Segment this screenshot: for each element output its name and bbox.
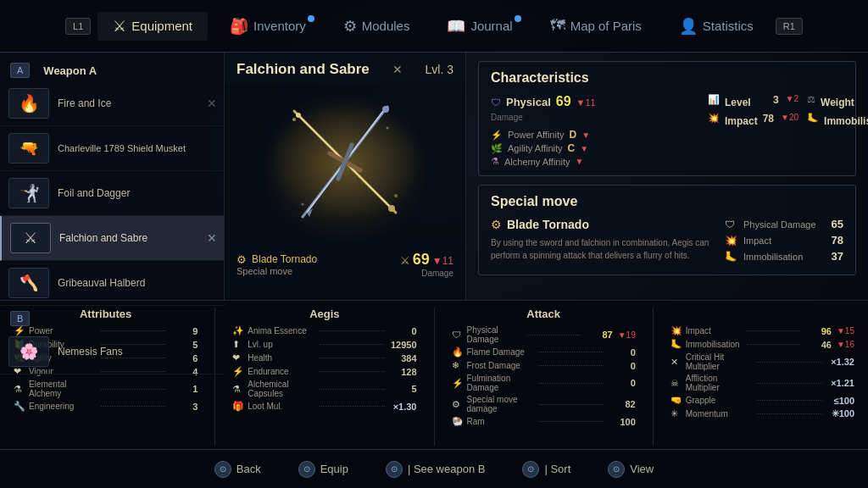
fulmination-icon: ⚡ xyxy=(452,378,464,389)
view-button[interactable]: ⊙ View xyxy=(599,458,662,481)
atk2-momentum-dots xyxy=(757,413,822,414)
attr-alchemy-name: Elemental Alchemy xyxy=(29,380,94,398)
immob-label: Immobilisation xyxy=(824,115,868,127)
atk-ram-value: 100 xyxy=(610,417,636,427)
sort-button[interactable]: ⊙ | Sort xyxy=(514,458,579,481)
tab-statistics[interactable]: 👤 Statistics xyxy=(664,12,769,41)
atk-fulmination-dots xyxy=(538,383,604,384)
tab-map[interactable]: 🗺 Map of Paris xyxy=(535,12,657,40)
damage-delta: ▼11 xyxy=(432,255,453,267)
attack-ram-row: 🐏 Ram 100 xyxy=(452,416,636,427)
damage-display: ⚔ 69 ▼11 Damage xyxy=(400,251,453,278)
atk2-crit-value: ×1.32 xyxy=(829,357,854,367)
special-immob-value: 37 xyxy=(832,250,843,263)
atk-special-value: 82 xyxy=(610,399,636,409)
level-delta: ▼2 xyxy=(786,94,798,103)
bottom-toolbar: ⊙ Back ⊙ Equip ⊙ | See weapon B ⊙ | Sort… xyxy=(0,449,868,488)
attr-engineering-row: 🔧 Engineering 3 xyxy=(14,401,198,412)
attr-alchemy-row: ⚗ Elemental Alchemy 1 xyxy=(14,380,198,398)
attack-physical-row: 🛡 Physical Damage 87 ▼19 xyxy=(452,325,636,344)
weapon-item-foil[interactable]: 🤺 Foil and Dagger xyxy=(0,171,224,216)
weapon-thumb-charleville: 🔫 xyxy=(8,133,49,164)
atk-special-name: Special move damage xyxy=(467,395,532,413)
damage-sword-icon: ⚔ xyxy=(400,254,410,267)
char-level-row: 📊 Level 3 ▼2 xyxy=(708,94,798,109)
nav-l1-button[interactable]: L1 xyxy=(65,18,91,35)
endurance-icon: ⚡ xyxy=(232,366,244,377)
attr-alchemy-value: 1 xyxy=(172,384,198,394)
atk2-momentum-row: ✳ Momentum ✳100 xyxy=(670,408,854,419)
aegis-endurance-row: ⚡ Endurance 128 xyxy=(232,366,416,377)
atk2-impact-name: Impact xyxy=(686,326,739,336)
atk2-crit-row: ✕ Critical Hit Multiplier ×1.32 xyxy=(670,352,854,371)
back-button[interactable]: ⊙ Back xyxy=(206,458,270,481)
tab-equipment[interactable]: ⚔ Equipment xyxy=(97,12,208,41)
aegis-health-row: ❤ Health 384 xyxy=(232,352,416,363)
special-dmg-icon: ⚙ xyxy=(452,399,464,410)
aegis-anima-row: ✨ Anima Essence 0 xyxy=(232,325,416,336)
svg-point-8 xyxy=(296,113,301,118)
aegis-capsules-name: Alchemical Capsules xyxy=(248,380,313,398)
tab-journal-label: Journal xyxy=(470,19,512,33)
affinity-agility: 🌿 Agility Affinity C ▼ xyxy=(491,142,694,154)
char-immob-row: 🦶 Immobilisation 37 ▼15 xyxy=(807,113,868,128)
weapon-item-fire-ice[interactable]: 🔥 Fire and Ice ✕ xyxy=(0,81,224,126)
attack-frost-row: ❄ Frost Damage 0 xyxy=(452,360,636,371)
impact-value: 78 xyxy=(763,113,774,125)
journal-dot xyxy=(515,15,521,22)
atk2-crit-dots xyxy=(757,362,822,363)
weapon-item-nemesis[interactable]: 🌸 Nemesis Fans xyxy=(0,330,224,374)
atk2-grapple-value: ≤100 xyxy=(829,396,854,406)
atk-frost-name: Frost Damage xyxy=(467,361,532,370)
atk2-immob-delta: ▼16 xyxy=(837,340,854,349)
crit-icon: ✕ xyxy=(670,357,682,368)
view-btn-icon: ⊙ xyxy=(608,461,625,478)
tab-modules[interactable]: ⚙ Modules xyxy=(328,12,426,41)
tab-inventory-label: Inventory xyxy=(253,19,306,33)
tab-journal[interactable]: 📖 Journal xyxy=(431,12,527,41)
char-weight-row: ⚖ Weight Medium xyxy=(807,94,868,109)
special-physical-icon: 🛡 xyxy=(725,219,738,230)
aegis-endurance-dots xyxy=(320,371,385,372)
equip-button[interactable]: ⊙ Equip xyxy=(290,458,357,481)
immobilisation-icon: 🦶 xyxy=(807,113,819,124)
see-weapon-b-button[interactable]: ⊙ | See weapon B xyxy=(377,458,494,481)
svg-point-7 xyxy=(388,205,395,212)
anima-icon: ✨ xyxy=(232,325,244,336)
weapon-name-nemesis: Nemesis Fans xyxy=(58,346,123,358)
weapon-item-charleville[interactable]: 🔫 Charleville 1789 Shield Musket xyxy=(0,126,224,171)
special-move-title: ⚙ Blade Tornado xyxy=(491,218,713,231)
alchemy-icon: ⚗ xyxy=(14,384,25,395)
bottom-stats-area: Attributes ⚡ Power 9 🔰 Durability 5 🌿 Ag… xyxy=(0,300,868,449)
atk2-affliction-dots xyxy=(757,383,822,384)
weapon-header: Falchion and Sabre ✕ Lvl. 3 xyxy=(225,53,465,83)
attributes-column: Attributes ⚡ Power 9 🔰 Durability 5 🌿 Ag… xyxy=(14,308,198,446)
atk2-impact-icon: 💥 xyxy=(670,325,682,336)
physical-value: 69 xyxy=(556,94,571,109)
atk-fulmination-value: 0 xyxy=(610,378,636,388)
atk2-immob-dots xyxy=(747,344,799,345)
atk2-impact-row: 💥 Impact 96 ▼15 xyxy=(670,325,854,336)
weapon-item-falchion[interactable]: ⚔ Falchion and Sabre ✕ xyxy=(0,216,224,261)
agility-affinity-icon: 🌿 xyxy=(491,143,503,154)
special-move-description: By using the sword and falchion in combi… xyxy=(491,236,713,262)
tab-modules-label: Modules xyxy=(362,19,410,33)
tab-inventory[interactable]: 🎒 Inventory xyxy=(214,12,321,41)
affinity-alchemy: ⚗ Alchemy Affinity ▼ xyxy=(491,156,694,167)
top-nav: L1 ⚔ Equipment 🎒 Inventory ⚙ Modules 📖 J… xyxy=(0,0,868,53)
weapon-special-move-name: Blade Tornado xyxy=(252,253,317,265)
weapon-footer: ⚙ Blade Tornado Special move ⚔ 69 ▼11 Da… xyxy=(225,244,465,285)
alchemy-affinity-delta: ▼ xyxy=(575,157,583,166)
special-move-content: ⚙ Blade Tornado By using the sword and f… xyxy=(491,218,843,266)
weapon-item-halberd[interactable]: 🪓 Gribeauval Halberd xyxy=(0,261,224,306)
attack-column: Attack 🛡 Physical Damage 87 ▼19 🔥 Flame … xyxy=(452,308,636,446)
agility-affinity-grade: C xyxy=(568,142,576,154)
special-physical-value: 65 xyxy=(832,218,843,230)
attr-engineering-name: Engineering xyxy=(29,402,94,411)
nav-r1-button[interactable]: R1 xyxy=(776,18,803,35)
special-immob-icon: 🦶 xyxy=(725,251,738,263)
special-impact-icon: 💥 xyxy=(725,235,738,247)
atk-physical-dots xyxy=(527,335,581,336)
main-wrapper: L1 ⚔ Equipment 🎒 Inventory ⚙ Modules 📖 J… xyxy=(0,0,868,488)
atk2-immob-name: Immobilisation xyxy=(686,340,740,349)
